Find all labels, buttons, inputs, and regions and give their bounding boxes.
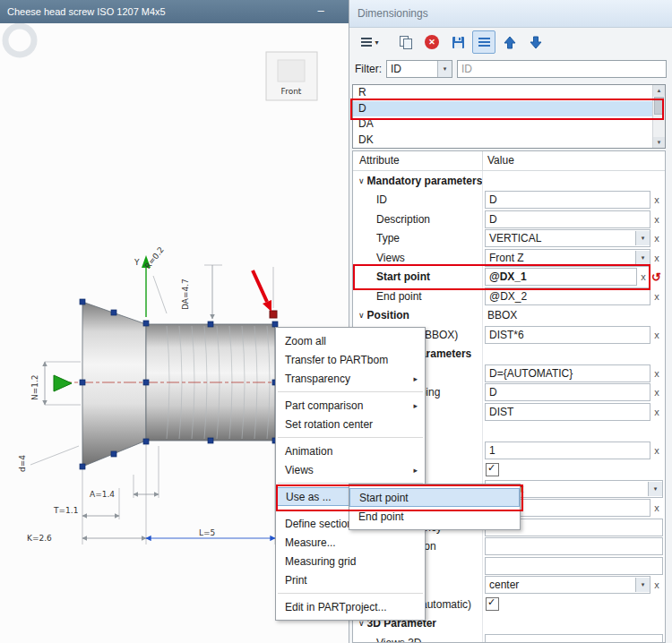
- menu-item[interactable]: Zoom all: [276, 331, 425, 350]
- scrollbar-thumb[interactable]: [654, 97, 664, 115]
- menu-item[interactable]: Transparency▸: [276, 369, 425, 388]
- attr-row[interactable]: IDDx: [353, 191, 665, 210]
- id-list-item[interactable]: DA: [353, 116, 653, 133]
- revert-icon[interactable]: ↺: [650, 270, 663, 284]
- dimension-label[interactable]: N=1.2: [30, 374, 39, 400]
- screw-head[interactable]: [82, 302, 146, 467]
- view-options-button[interactable]: ▾: [354, 30, 386, 54]
- menu-item[interactable]: Views▸: [276, 460, 425, 479]
- clear-button[interactable]: x: [650, 407, 663, 417]
- attr-row[interactable]: Start point@DX_1x↺: [353, 268, 665, 287]
- value-field[interactable]: D: [485, 383, 650, 401]
- menu-item[interactable]: Start point: [349, 488, 520, 507]
- filter-combobox[interactable]: ID ▾: [386, 60, 452, 78]
- attr-row[interactable]: ViewsFront Z▾x: [353, 248, 665, 268]
- value-field[interactable]: DIST: [485, 403, 650, 421]
- scroll-up-icon[interactable]: ▲: [653, 85, 665, 96]
- dimension-label[interactable]: A=1.4: [90, 490, 115, 499]
- collapse-icon[interactable]: ∨: [358, 176, 365, 185]
- value-field[interactable]: D: [485, 191, 650, 209]
- clear-button[interactable]: x: [650, 502, 663, 513]
- dimension-label[interactable]: DA=4.7: [181, 279, 190, 310]
- handle[interactable]: [111, 310, 116, 315]
- handle[interactable]: [143, 380, 149, 385]
- clear-button[interactable]: x: [650, 291, 663, 302]
- dimension-id-list[interactable]: RDDADK ▲ ▼: [352, 84, 666, 149]
- list-scrollbar[interactable]: ▲ ▼: [652, 85, 665, 148]
- attr-row[interactable]: ∨Mandatory parameters: [353, 171, 665, 191]
- handle[interactable]: [80, 380, 85, 385]
- handle[interactable]: [111, 451, 116, 457]
- screw-model[interactable]: [82, 302, 279, 467]
- handle[interactable]: [80, 299, 85, 304]
- attr-row[interactable]: DescriptionDx: [353, 210, 665, 229]
- chevron-down-icon[interactable]: ▾: [437, 61, 452, 77]
- checkbox[interactable]: [486, 597, 499, 611]
- id-list-item[interactable]: R: [353, 85, 653, 101]
- menu-item[interactable]: End point: [349, 507, 520, 526]
- minimize-button[interactable]: –: [313, 4, 329, 19]
- clear-button[interactable]: x: [650, 253, 663, 263]
- attr-row[interactable]: End point@DX_2x: [353, 287, 665, 306]
- clear-button[interactable]: x: [650, 579, 663, 590]
- value-field[interactable]: @DX_2: [485, 287, 650, 305]
- copy-button[interactable]: [394, 30, 418, 54]
- list-view-button[interactable]: [472, 30, 495, 54]
- dropdown-icon[interactable]: ▾: [635, 231, 650, 245]
- value-field[interactable]: @DX_1: [485, 268, 637, 286]
- move-up-button[interactable]: [498, 30, 521, 54]
- menu-item[interactable]: Edit in PARTproject...: [276, 597, 425, 616]
- menu-item[interactable]: Transfer to PARTbom: [276, 350, 425, 369]
- handle[interactable]: [143, 439, 149, 444]
- attr-row[interactable]: ∨PositionBBOX: [353, 306, 665, 326]
- value-field[interactable]: DIST*6: [485, 326, 650, 344]
- dimension-label[interactable]: d=4: [18, 455, 27, 472]
- value-field[interactable]: center▾: [485, 576, 650, 594]
- view-direction-icon[interactable]: [54, 375, 72, 391]
- value-field[interactable]: [485, 557, 663, 575]
- menu-item[interactable]: Animation: [276, 442, 425, 460]
- delete-button[interactable]: ✕: [420, 30, 444, 54]
- ghost-front-view-button[interactable]: Front: [266, 52, 317, 100]
- dimension-label[interactable]: T=1.1: [53, 506, 78, 515]
- clear-button[interactable]: x: [637, 271, 650, 282]
- value-field[interactable]: [485, 634, 663, 643]
- clear-button[interactable]: x: [650, 214, 663, 225]
- clear-button[interactable]: x: [650, 330, 663, 340]
- filter-input[interactable]: [457, 60, 667, 78]
- clear-button[interactable]: x: [650, 194, 663, 205]
- dimension-label[interactable]: K=2.6: [27, 534, 52, 543]
- value-field[interactable]: VERTICAL▾: [485, 229, 650, 247]
- save-button[interactable]: [446, 30, 470, 54]
- id-list-item[interactable]: DK: [353, 133, 653, 149]
- attr-row[interactable]: TypeVERTICAL▾x: [353, 229, 665, 249]
- value-field[interactable]: [485, 537, 663, 555]
- dropdown-icon[interactable]: ▾: [635, 251, 650, 265]
- handle[interactable]: [80, 464, 85, 469]
- menu-item[interactable]: Set rotation center: [276, 415, 425, 433]
- menu-item[interactable]: Part comparison▸: [276, 396, 425, 415]
- handle[interactable]: [208, 322, 213, 327]
- menu-item[interactable]: Print: [276, 570, 425, 589]
- value-field[interactable]: D: [485, 210, 650, 228]
- selected-start-point-handle[interactable]: [270, 311, 277, 318]
- clear-button[interactable]: x: [650, 445, 663, 456]
- dimension-label[interactable]: L=5: [199, 528, 215, 537]
- value-field[interactable]: 1: [485, 442, 650, 459]
- collapse-icon[interactable]: ∨: [358, 311, 365, 320]
- dropdown-icon[interactable]: ▾: [635, 578, 650, 592]
- id-list-item[interactable]: D: [353, 101, 653, 117]
- attr-row[interactable]: Views 3D: [353, 633, 665, 643]
- value-field[interactable]: D={AUTOMATIC}: [485, 364, 650, 382]
- dropdown-icon[interactable]: ▾: [648, 482, 662, 496]
- value-field[interactable]: Front Z▾: [485, 249, 650, 267]
- clear-button[interactable]: x: [650, 233, 663, 244]
- clear-button[interactable]: x: [650, 387, 663, 398]
- scroll-down-icon[interactable]: ▼: [653, 137, 665, 148]
- menu-item[interactable]: Measuring grid: [276, 552, 425, 570]
- menu-item[interactable]: Measure...: [276, 533, 425, 552]
- checkbox[interactable]: [486, 463, 499, 476]
- handle[interactable]: [208, 438, 213, 443]
- move-down-button[interactable]: [524, 30, 547, 54]
- handle[interactable]: [143, 321, 149, 326]
